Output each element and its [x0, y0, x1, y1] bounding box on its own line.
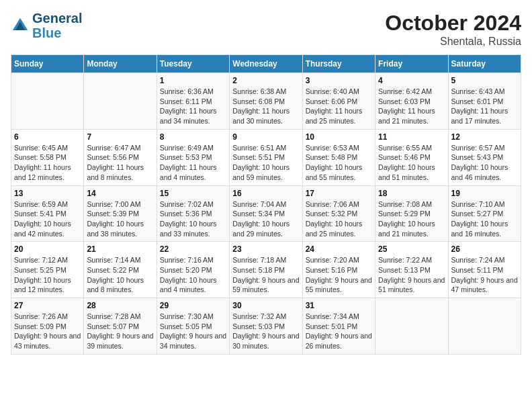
day-number: 30 [232, 301, 299, 310]
header-saturday: Saturday [448, 55, 521, 73]
calendar-cell: 12Sunrise: 6:57 AM Sunset: 5:43 PM Dayli… [448, 129, 521, 185]
day-number: 9 [232, 132, 299, 142]
header-monday: Monday [84, 55, 157, 73]
day-number: 13 [14, 189, 81, 198]
day-info: Sunrise: 6:59 AM Sunset: 5:41 PM Dayligh… [14, 199, 81, 239]
day-number: 29 [160, 301, 226, 310]
calendar-week-5: 27Sunrise: 7:26 AM Sunset: 5:09 PM Dayli… [11, 298, 521, 355]
day-info: Sunrise: 7:18 AM Sunset: 5:18 PM Dayligh… [232, 255, 299, 295]
calendar-cell: 3Sunrise: 6:40 AM Sunset: 6:06 PM Daylig… [302, 73, 375, 130]
day-info: Sunrise: 7:20 AM Sunset: 5:16 PM Dayligh… [306, 255, 372, 295]
calendar-week-3: 13Sunrise: 6:59 AM Sunset: 5:41 PM Dayli… [11, 185, 521, 242]
calendar-cell: 27Sunrise: 7:26 AM Sunset: 5:09 PM Dayli… [11, 298, 84, 355]
day-number: 2 [232, 76, 299, 85]
header-wednesday: Wednesday [230, 55, 302, 73]
day-info: Sunrise: 7:22 AM Sunset: 5:13 PM Dayligh… [378, 255, 445, 295]
calendar-cell: 5Sunrise: 6:43 AM Sunset: 6:01 PM Daylig… [448, 73, 521, 130]
day-number: 1 [160, 76, 226, 85]
day-number: 4 [378, 76, 445, 85]
day-info: Sunrise: 7:28 AM Sunset: 5:07 PM Dayligh… [87, 312, 153, 351]
day-number: 26 [451, 244, 518, 254]
day-number: 20 [14, 244, 81, 254]
day-info: Sunrise: 7:34 AM Sunset: 5:01 PM Dayligh… [306, 312, 372, 351]
day-info: Sunrise: 7:32 AM Sunset: 5:03 PM Dayligh… [232, 312, 299, 351]
calendar-cell [84, 73, 157, 130]
calendar-cell: 22Sunrise: 7:16 AM Sunset: 5:20 PM Dayli… [157, 242, 229, 298]
day-number: 15 [160, 189, 226, 198]
day-number: 12 [451, 132, 518, 142]
calendar-cell: 25Sunrise: 7:22 AM Sunset: 5:13 PM Dayli… [375, 242, 448, 298]
day-number: 31 [306, 301, 372, 310]
calendar-title: October 2024 [385, 11, 521, 36]
calendar-cell: 29Sunrise: 7:30 AM Sunset: 5:05 PM Dayli… [157, 298, 229, 355]
day-info: Sunrise: 6:40 AM Sunset: 6:06 PM Dayligh… [306, 87, 372, 126]
calendar-cell: 7Sunrise: 6:47 AM Sunset: 5:56 PM Daylig… [84, 129, 157, 185]
calendar-cell: 10Sunrise: 6:53 AM Sunset: 5:48 PM Dayli… [302, 129, 375, 185]
calendar-table: Sunday Monday Tuesday Wednesday Thursday… [11, 54, 521, 355]
calendar-cell: 18Sunrise: 7:08 AM Sunset: 5:29 PM Dayli… [375, 185, 448, 242]
day-number: 7 [87, 132, 153, 142]
day-info: Sunrise: 7:00 AM Sunset: 5:39 PM Dayligh… [87, 199, 153, 239]
day-number: 19 [451, 189, 518, 198]
calendar-cell: 9Sunrise: 6:51 AM Sunset: 5:51 PM Daylig… [230, 129, 302, 185]
calendar-cell: 26Sunrise: 7:24 AM Sunset: 5:11 PM Dayli… [448, 242, 521, 298]
day-info: Sunrise: 7:24 AM Sunset: 5:11 PM Dayligh… [451, 255, 518, 295]
day-info: Sunrise: 7:06 AM Sunset: 5:32 PM Dayligh… [306, 199, 372, 239]
calendar-cell: 19Sunrise: 7:10 AM Sunset: 5:27 PM Dayli… [448, 185, 521, 242]
calendar-week-2: 6Sunrise: 6:45 AM Sunset: 5:58 PM Daylig… [11, 129, 521, 185]
calendar-cell [375, 298, 448, 355]
logo-blue: Blue [32, 26, 82, 40]
calendar-cell: 15Sunrise: 7:02 AM Sunset: 5:36 PM Dayli… [157, 185, 229, 242]
calendar-cell: 21Sunrise: 7:14 AM Sunset: 5:22 PM Dayli… [84, 242, 157, 298]
day-number: 16 [232, 189, 299, 198]
calendar-cell: 24Sunrise: 7:20 AM Sunset: 5:16 PM Dayli… [302, 242, 375, 298]
calendar-cell: 4Sunrise: 6:42 AM Sunset: 6:03 PM Daylig… [375, 73, 448, 130]
day-info: Sunrise: 6:57 AM Sunset: 5:43 PM Dayligh… [451, 143, 518, 183]
header-tuesday: Tuesday [157, 55, 229, 73]
page-header: General Blue October 2024 Shentala, Russ… [11, 11, 521, 48]
logo-text: General Blue [32, 11, 82, 40]
calendar-cell: 8Sunrise: 6:49 AM Sunset: 5:53 PM Daylig… [157, 129, 229, 185]
day-number: 5 [451, 76, 518, 85]
calendar-cell: 30Sunrise: 7:32 AM Sunset: 5:03 PM Dayli… [230, 298, 302, 355]
day-number: 22 [160, 244, 226, 254]
day-number: 10 [306, 132, 372, 142]
calendar-cell: 11Sunrise: 6:55 AM Sunset: 5:46 PM Dayli… [375, 129, 448, 185]
day-number: 23 [232, 244, 299, 254]
day-info: Sunrise: 6:42 AM Sunset: 6:03 PM Dayligh… [378, 87, 445, 126]
day-info: Sunrise: 7:12 AM Sunset: 5:25 PM Dayligh… [14, 255, 81, 295]
calendar-cell: 20Sunrise: 7:12 AM Sunset: 5:25 PM Dayli… [11, 242, 84, 298]
day-info: Sunrise: 7:04 AM Sunset: 5:34 PM Dayligh… [232, 199, 299, 239]
day-info: Sunrise: 6:47 AM Sunset: 5:56 PM Dayligh… [87, 143, 153, 183]
calendar-cell: 2Sunrise: 6:38 AM Sunset: 6:08 PM Daylig… [230, 73, 302, 130]
day-number: 11 [378, 132, 445, 142]
day-info: Sunrise: 7:14 AM Sunset: 5:22 PM Dayligh… [87, 255, 153, 295]
day-info: Sunrise: 6:53 AM Sunset: 5:48 PM Dayligh… [306, 143, 372, 183]
calendar-cell: 23Sunrise: 7:18 AM Sunset: 5:18 PM Dayli… [230, 242, 302, 298]
calendar-cell: 17Sunrise: 7:06 AM Sunset: 5:32 PM Dayli… [302, 185, 375, 242]
logo-icon [11, 16, 30, 35]
header-row: Sunday Monday Tuesday Wednesday Thursday… [11, 55, 521, 73]
calendar-body: 1Sunrise: 6:36 AM Sunset: 6:11 PM Daylig… [11, 73, 521, 355]
day-info: Sunrise: 7:02 AM Sunset: 5:36 PM Dayligh… [160, 199, 226, 239]
calendar-cell: 16Sunrise: 7:04 AM Sunset: 5:34 PM Dayli… [230, 185, 302, 242]
calendar-week-1: 1Sunrise: 6:36 AM Sunset: 6:11 PM Daylig… [11, 73, 521, 130]
day-number: 28 [87, 301, 153, 310]
calendar-week-4: 20Sunrise: 7:12 AM Sunset: 5:25 PM Dayli… [11, 242, 521, 298]
day-info: Sunrise: 6:43 AM Sunset: 6:01 PM Dayligh… [451, 87, 518, 126]
day-info: Sunrise: 7:16 AM Sunset: 5:20 PM Dayligh… [160, 255, 226, 295]
title-block: October 2024 Shentala, Russia [385, 11, 521, 48]
day-number: 17 [306, 189, 372, 198]
day-info: Sunrise: 6:55 AM Sunset: 5:46 PM Dayligh… [378, 143, 445, 183]
header-friday: Friday [375, 55, 448, 73]
calendar-cell: 14Sunrise: 7:00 AM Sunset: 5:39 PM Dayli… [84, 185, 157, 242]
day-info: Sunrise: 6:36 AM Sunset: 6:11 PM Dayligh… [160, 87, 226, 126]
day-info: Sunrise: 6:49 AM Sunset: 5:53 PM Dayligh… [160, 143, 226, 183]
day-number: 18 [378, 189, 445, 198]
day-number: 24 [306, 244, 372, 254]
day-info: Sunrise: 7:08 AM Sunset: 5:29 PM Dayligh… [378, 199, 445, 239]
day-info: Sunrise: 6:51 AM Sunset: 5:51 PM Dayligh… [232, 143, 299, 183]
calendar-cell: 31Sunrise: 7:34 AM Sunset: 5:01 PM Dayli… [302, 298, 375, 355]
day-number: 25 [378, 244, 445, 254]
calendar-cell: 28Sunrise: 7:28 AM Sunset: 5:07 PM Dayli… [84, 298, 157, 355]
